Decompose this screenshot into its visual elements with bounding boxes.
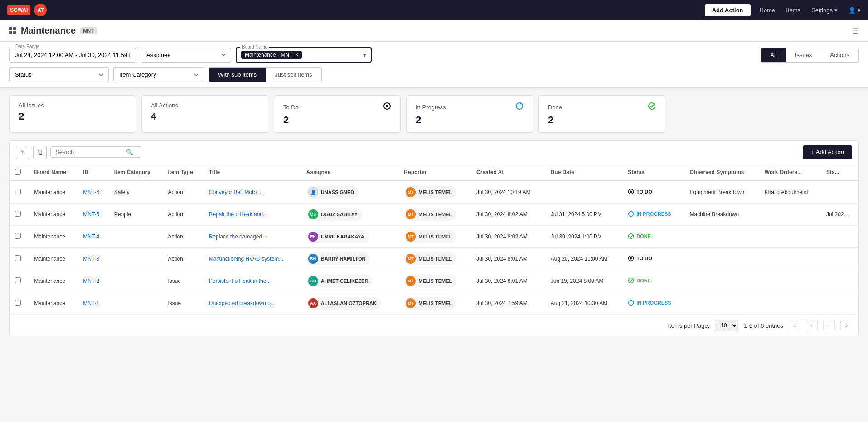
nav-settings-link[interactable]: Settings ▾ — [811, 7, 838, 14]
action-tracker-logo: AT — [34, 4, 47, 16]
select-all-checkbox[interactable] — [15, 169, 21, 175]
row-id-link[interactable]: MNT-6 — [83, 189, 99, 195]
page-title-area: Maintenance MNT — [9, 25, 97, 36]
navbar-add-action-button[interactable]: Add Action — [705, 4, 751, 16]
row-checkbox[interactable] — [15, 211, 21, 217]
board-name-tag: Maintenance - MNT × — [241, 51, 302, 59]
item-category-select[interactable]: Item Category — [113, 67, 204, 82]
cell-assignee: EK EMRE KARAKAYA — [301, 226, 399, 248]
status-select[interactable]: Status — [9, 67, 109, 82]
stat-all-issues: All Issues 2 — [9, 95, 136, 133]
row-checkbox[interactable] — [15, 255, 21, 261]
col-title: Title — [204, 164, 301, 181]
assignee-select[interactable]: Assignee — [141, 48, 231, 63]
delete-button[interactable]: 🗑 — [33, 146, 47, 159]
cell-reporter: MT MELIS TEMEL — [398, 248, 471, 270]
row-id-link[interactable]: MNT-2 — [83, 278, 99, 284]
nav-user-link[interactable]: 👤 ▾ — [849, 7, 861, 14]
cell-board: Maintenance — [29, 226, 78, 248]
row-id-link[interactable]: MNT-1 — [83, 300, 99, 306]
cell-due-date — [545, 181, 623, 204]
cell-sta — [821, 248, 858, 270]
data-table: Board Name ID Item Category Item Type Ti… — [10, 164, 858, 315]
cell-checkbox — [10, 292, 29, 315]
row-title-link[interactable]: Unexpected breakdown o... — [209, 300, 275, 306]
cell-work-orders — [759, 270, 821, 292]
page-last-button[interactable]: » — [840, 320, 852, 331]
cell-status: IN PROGRESS — [622, 204, 684, 226]
table-toolbar: ✎ 🗑 🔍 + Add Action — [10, 141, 858, 164]
cell-item-type: Action — [162, 226, 203, 248]
cell-work-orders — [759, 226, 821, 248]
search-icon: 🔍 — [126, 149, 133, 155]
grid-icon[interactable] — [9, 27, 16, 34]
assignee-filter: Assignee — [141, 48, 231, 63]
row-title-link[interactable]: Persistent oil leak in the... — [209, 278, 271, 284]
row-title-link[interactable]: Replace the damaged... — [209, 233, 267, 240]
row-id-link[interactable]: MNT-3 — [83, 256, 99, 262]
table-header: Board Name ID Item Category Item Type Ti… — [10, 164, 858, 181]
filter-settings-icon[interactable]: ⊟ — [852, 26, 859, 36]
cell-reporter: MT MELIS TEMEL — [398, 270, 471, 292]
cell-assignee: AA ALI ASLAN OZTOPRAK — [301, 292, 399, 315]
svg-point-10 — [629, 278, 634, 283]
cell-sta — [821, 292, 858, 315]
row-checkbox[interactable] — [15, 189, 21, 194]
page-badge: MNT — [80, 27, 97, 34]
filters-row1: Date Range Assignee Board Name Maintenan… — [9, 47, 859, 63]
cell-assignee: OS OGUZ SABITAY — [301, 204, 399, 226]
cell-id: MNT-4 — [78, 226, 108, 248]
col-id: ID — [78, 164, 108, 181]
col-created-at: Created At — [471, 164, 545, 181]
edit-button[interactable]: ✎ — [16, 146, 29, 159]
row-id-link[interactable]: MNT-5 — [83, 211, 99, 218]
page-next-button[interactable]: › — [823, 320, 835, 331]
cell-id: MNT-1 — [78, 292, 108, 315]
nav-home-link[interactable]: Home — [760, 7, 776, 14]
row-checkbox[interactable] — [15, 233, 21, 239]
cell-item-type: Action — [162, 181, 203, 204]
with-sub-items-button[interactable]: With sub items — [209, 68, 266, 82]
view-issues-button[interactable]: Issues — [786, 48, 821, 62]
row-checkbox[interactable] — [15, 300, 21, 306]
cell-reporter: MT MELIS TEMEL — [398, 204, 471, 226]
row-id-link[interactable]: MNT-4 — [83, 233, 99, 240]
cell-observed-symptoms — [684, 226, 759, 248]
table-section: ✎ 🗑 🔍 + Add Action Board Name ID Item Ca… — [9, 140, 859, 336]
all-actions-label: All Actions — [151, 102, 259, 109]
nav-items-link[interactable]: Items — [786, 7, 800, 14]
cell-created-at: Jul 30, 2024 8:01 AM — [471, 248, 545, 270]
cell-item-category — [109, 226, 163, 248]
cell-sta — [821, 226, 858, 248]
table-container: Board Name ID Item Category Item Type Ti… — [10, 164, 858, 315]
date-range-filter: Date Range — [9, 48, 136, 63]
row-checkbox[interactable] — [15, 277, 21, 283]
col-due-date: Due Date — [545, 164, 623, 181]
cell-sta: Jul 202... — [821, 204, 858, 226]
cell-checkbox — [10, 181, 29, 204]
page-header: Maintenance MNT ⊟ — [0, 20, 868, 42]
row-title-link[interactable]: Repair the oil leak and... — [209, 211, 267, 218]
cell-board: Maintenance — [29, 248, 78, 270]
cell-status: TO DO — [622, 248, 684, 270]
col-work-orders: Work Orders... — [759, 164, 821, 181]
cell-item-type: Action — [162, 248, 203, 270]
cell-board: Maintenance — [29, 292, 78, 315]
svg-point-5 — [630, 190, 632, 193]
done-label: Done — [548, 102, 656, 112]
row-title-link[interactable]: Malfunctioning HVAC system... — [209, 256, 284, 262]
cell-title: Persistent oil leak in the... — [204, 270, 301, 292]
board-name-chevron-icon[interactable]: ▾ — [363, 52, 366, 58]
cell-title: Conveyor Belt Motor... — [204, 181, 301, 204]
row-title-link[interactable]: Conveyor Belt Motor... — [209, 189, 263, 195]
add-action-button[interactable]: + Add Action — [803, 145, 852, 159]
page-first-button[interactable]: « — [789, 320, 800, 331]
just-self-items-button[interactable]: Just self items — [266, 68, 321, 82]
board-tag-remove-icon[interactable]: × — [295, 52, 298, 58]
date-range-input[interactable] — [9, 48, 136, 63]
per-page-select[interactable]: 10 25 50 — [715, 320, 738, 331]
page-prev-button[interactable]: ‹ — [806, 320, 818, 331]
view-all-button[interactable]: All — [761, 48, 786, 62]
search-input[interactable] — [55, 149, 123, 155]
view-actions-button[interactable]: Actions — [821, 48, 858, 62]
